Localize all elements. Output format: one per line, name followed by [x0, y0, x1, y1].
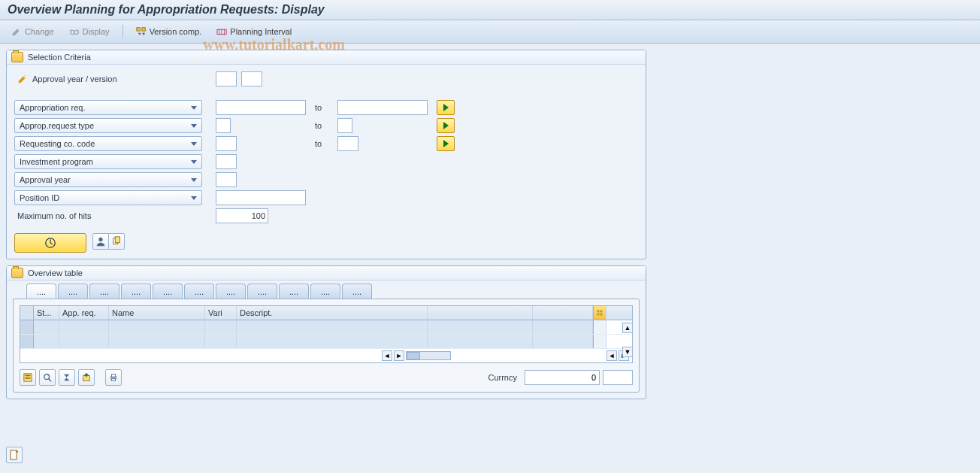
hscroll-left-2[interactable]: ◄: [606, 350, 617, 361]
grid-cell[interactable]: [59, 335, 109, 348]
grid-print-button[interactable]: [105, 369, 122, 386]
page-object-button[interactable]: [6, 447, 23, 463]
overview-tab-0[interactable]: ....: [26, 283, 56, 299]
approp_req-to-input[interactable]: [337, 100, 428, 115]
table-row[interactable]: [20, 335, 632, 349]
approp_req_type-to-input[interactable]: [337, 118, 352, 133]
execute-button[interactable]: [14, 233, 86, 253]
variant-copy-button[interactable]: [108, 233, 125, 250]
grid-cell[interactable]: [34, 335, 59, 348]
table-row[interactable]: [20, 320, 632, 335]
req_co_code-from-input[interactable]: [216, 136, 237, 151]
approp_req_type-from-input[interactable]: [216, 118, 231, 133]
grid-cell[interactable]: [533, 320, 593, 334]
export-icon: [82, 373, 91, 382]
approval_year-from-input[interactable]: [216, 172, 237, 187]
approp_req_type-multiple-button[interactable]: [437, 118, 455, 133]
user-variant-button[interactable]: [92, 233, 109, 250]
search-icon: [43, 373, 52, 382]
sel-label-approval_year[interactable]: Approval year: [14, 172, 202, 187]
max-hits-input[interactable]: [216, 208, 268, 223]
selection-criteria-group: Selection Criteria Approval year / versi…: [6, 50, 646, 259]
approval-year-from-input[interactable]: [216, 71, 237, 86]
grid-cell[interactable]: [237, 320, 428, 334]
overview-tab-5[interactable]: ....: [184, 283, 214, 299]
grid-find-button[interactable]: [39, 369, 56, 386]
sel-label-approp_req[interactable]: Appropriation req.: [14, 100, 202, 115]
selection-criteria-title: Selection Criteria: [28, 53, 91, 62]
approp_req-multiple-button[interactable]: [437, 100, 455, 115]
overview-tab-2[interactable]: ....: [89, 283, 119, 299]
to-label: to: [315, 121, 333, 130]
document-icon: [9, 450, 20, 460]
sel-label-position_id[interactable]: Position ID: [14, 190, 202, 205]
grid-details-button[interactable]: [20, 369, 36, 386]
col-app-req[interactable]: App. req.: [59, 306, 109, 320]
grid-config-button[interactable]: [593, 306, 606, 320]
col-blank1[interactable]: [428, 306, 533, 320]
overview-tab-1[interactable]: ....: [58, 283, 88, 299]
overview-tab-6[interactable]: ....: [216, 283, 246, 299]
col-name[interactable]: Name: [109, 306, 205, 320]
hscroll-right[interactable]: ►: [394, 350, 404, 361]
sel-label-req_co_code[interactable]: Requesting co. code: [14, 136, 202, 151]
col-blank2[interactable]: [533, 306, 593, 320]
req_co_code-to-input[interactable]: [337, 136, 358, 151]
grid-cell[interactable]: [533, 335, 593, 348]
position_id-from-input[interactable]: [216, 190, 306, 205]
sigma-icon: [62, 373, 71, 382]
grid-cell[interactable]: [205, 320, 237, 334]
hscroll-thumb[interactable]: [407, 352, 420, 359]
approp_req-from-input[interactable]: [216, 100, 306, 115]
overview-table-header[interactable]: Overview table: [7, 266, 646, 280]
overview-tab-9[interactable]: ....: [310, 283, 340, 299]
grid-hscroll: ◄ ► ◄ ►: [20, 349, 632, 362]
overview-tab-8[interactable]: ....: [279, 283, 309, 299]
grid-export-button[interactable]: [78, 369, 95, 386]
glasses-icon: [69, 26, 80, 37]
vscroll-down[interactable]: ▼: [622, 347, 633, 357]
grid-select-all[interactable]: [20, 306, 34, 320]
approval-year-to-input[interactable]: [241, 71, 262, 86]
row-selector[interactable]: [20, 335, 34, 348]
sel-label-inv_program[interactable]: Investment program: [14, 154, 202, 169]
svg-rect-9: [597, 311, 600, 313]
sel-label-approp_req_type[interactable]: Approp.request type: [14, 118, 202, 133]
row-selector[interactable]: [20, 320, 34, 334]
sel-label-text: Investment program: [20, 157, 93, 166]
display-button[interactable]: Display: [62, 23, 116, 40]
hscroll-left[interactable]: ◄: [382, 350, 392, 361]
to-label: to: [315, 139, 333, 148]
planning-interval-button[interactable]: Planning Interval: [210, 23, 298, 40]
toolbar-separator: [122, 25, 123, 38]
col-vari[interactable]: Vari: [205, 306, 237, 320]
col-status[interactable]: St...: [34, 306, 59, 320]
change-button[interactable]: Change: [5, 23, 61, 40]
hscroll-track[interactable]: [406, 351, 451, 360]
overview-tab-3[interactable]: ....: [121, 283, 151, 299]
selection-criteria-header[interactable]: Selection Criteria: [7, 50, 646, 65]
overview-tab-7[interactable]: ....: [247, 283, 277, 299]
overview-tab-10[interactable]: ....: [342, 283, 372, 299]
grid-cell[interactable]: [109, 320, 205, 334]
grid-cell[interactable]: [428, 335, 533, 348]
grid-cell[interactable]: [34, 320, 59, 334]
change-label: Change: [25, 27, 54, 36]
version-comp-button[interactable]: Version comp.: [129, 23, 209, 40]
col-descript[interactable]: Descript.: [237, 306, 428, 320]
grid-cell[interactable]: [59, 320, 109, 334]
grid-cell[interactable]: [205, 335, 237, 348]
grid-sum-button[interactable]: [59, 369, 75, 386]
req_co_code-multiple-button[interactable]: [437, 136, 455, 151]
grid-cell[interactable]: [237, 335, 428, 348]
grid-cell[interactable]: [428, 320, 533, 334]
interval-icon: [216, 26, 227, 37]
svg-point-16: [44, 374, 50, 380]
approval-year-version-label: Approval year / version: [14, 74, 202, 84]
app-toolbar: Change Display Version comp. Planning In…: [0, 20, 980, 44]
vscroll-up[interactable]: ▲: [622, 323, 633, 333]
grid-cell[interactable]: [109, 335, 205, 348]
to-label: to: [315, 103, 333, 112]
overview-tab-4[interactable]: ....: [153, 283, 183, 299]
inv_program-from-input[interactable]: [216, 154, 237, 169]
